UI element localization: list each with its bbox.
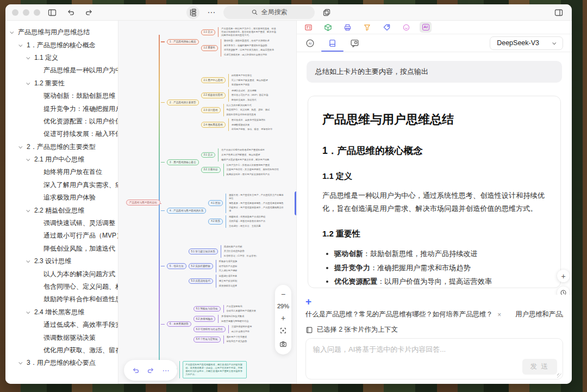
outline-item[interactable]: 3．用户思维的核心要点 (5, 357, 118, 369)
right-panel-toggle-icon[interactable] (552, 6, 565, 19)
outline-item[interactable]: 2.1 用户中心思维 (5, 153, 118, 166)
outline-item[interactable]: 2．产品思维的主要类型 (5, 141, 118, 153)
card-tool-icon[interactable] (302, 22, 314, 33)
mindmap-subtopic-node[interactable]: 5.1 学习建立知识体系 (189, 248, 218, 254)
outline-item[interactable]: 1.1 定义 (5, 52, 118, 64)
mindmap-leaf-node[interactable]: 降低创业风险，加速迭代 (232, 98, 268, 102)
model-selector[interactable]: DeepSeek-V3 (490, 36, 563, 50)
redo-icon[interactable] (83, 6, 96, 19)
outline-item[interactable]: 2.2 精益创业思维 (5, 204, 118, 216)
mindmap-subtopic-node[interactable]: 3.1 定义 (201, 152, 216, 158)
mindmap-subtopic-node[interactable]: 6.4 个性化与定制化 (193, 337, 221, 343)
mindmap-leaf-node[interactable]: 定制化生产成为趋势 (227, 340, 247, 343)
context-selection-bar[interactable]: 已选择 2 张卡片作为上下文 (305, 325, 563, 334)
suggestion-chip[interactable]: 什么是产品思维？常见的产品思维有哪些？如何培养产品思维？ × (305, 310, 501, 319)
mindmap-leaf-node[interactable]: 阅读经典产品书籍 (224, 245, 258, 248)
mindmap-leaf-node[interactable]: 鼓励跨学科合作和创造性思考 (227, 113, 270, 116)
outline-item[interactable]: 1.2 重要性 (5, 77, 118, 90)
suggestion-chip[interactable]: 用户思维和产品思维的区别与联系？ × (515, 310, 563, 319)
mindmap-subtopic-node[interactable]: 2.3 设计思维 (201, 107, 221, 113)
mindmap-leaf-node[interactable]: 产品思维是一种以用户为中心，通过系统性思考、创造性设计和持续优化，旨在创造满足用… (221, 27, 277, 37)
mindmap-leaf-node[interactable]: 从用户角度出发理解需求、痛点和期望 (221, 153, 269, 157)
mindmap-subtopic-node[interactable]: 2.1 用户中心思维 (201, 77, 226, 83)
sticker-tool-icon[interactable] (400, 22, 412, 33)
tab-ai-chat-icon[interactable]: AI (305, 34, 315, 52)
traffic-light-minimize[interactable] (23, 9, 29, 16)
chevron-down-icon[interactable] (26, 55, 30, 59)
mindmap-leaf-node[interactable]: 建立用户反馈机制 (219, 279, 238, 283)
mindmap-root-node[interactable]: 产品思维与用户思维总结 (126, 200, 160, 206)
mindmap-leaf-node[interactable]: 以用户为中心：所有设计决策围绕用户需求 (227, 164, 279, 167)
mindmap-canvas[interactable]: 产品思维与用户思维总结 1．产品思维的核心概念1.1 定义产品思维是一种以用户为… (118, 21, 297, 384)
mindmap-leaf-node[interactable]: 构建反馈循环：通过用户反馈持续优化产品 (227, 173, 279, 176)
chevron-down-icon[interactable] (26, 157, 30, 161)
tag-tool-icon[interactable] (380, 22, 392, 33)
outline-item[interactable]: 深入了解用户真实需求、痛点… (5, 179, 118, 191)
global-search-input[interactable]: 全局搜索 (223, 6, 315, 19)
mindmap-leaf-node[interactable]: 定期进行项目复盘 (219, 275, 238, 278)
mindmap-subtopic-node[interactable]: 6.3 可持续性与社会责任 (193, 326, 226, 332)
send-button[interactable]: 发 送 (522, 359, 557, 375)
outline-item[interactable]: 强调数据驱动决策 (5, 331, 118, 344)
outline-item[interactable]: 始终将用户放在首位 (5, 166, 118, 178)
mindmap-subtopic-node[interactable]: 2.4 增长黑客思维 (201, 122, 226, 128)
history-icon[interactable] (557, 287, 570, 295)
mindmap-leaf-node[interactable]: 始终将用户放在首位 (232, 74, 268, 77)
mindmap-subtopic-node[interactable]: 1.1 定义 (201, 29, 216, 35)
outline-item[interactable]: 以人为本的解决问题方式 (5, 267, 118, 280)
sidebar-toggle-icon[interactable] (46, 6, 59, 19)
close-icon[interactable]: × (497, 311, 501, 319)
mindmap-leaf-node[interactable]: 注重用户包容性：关注使用便捷性、亲和性和包容性 (227, 168, 279, 171)
mindmap-subtopic-node[interactable]: 1.2 重要性 (201, 45, 218, 51)
outline-item[interactable]: 包含同理心、定义问题、构思… (5, 281, 118, 293)
chevron-down-icon[interactable] (10, 30, 14, 34)
ai-tool-icon[interactable]: AI (420, 22, 432, 33)
mindmap-leaf-node[interactable]: 提升竞争力：准确把握用户需求和市场趋势 (224, 44, 274, 47)
mindmap-leaf-node[interactable]: 侧重不同：用户思维专注用户，产品思维关注产品整体定位 (229, 194, 284, 200)
chevron-down-icon[interactable] (26, 81, 30, 85)
canvas-undo-icon[interactable] (132, 366, 140, 375)
mindmap-leaf-node[interactable]: 包含同理心、定义问题、构思、原型、测试 (227, 108, 270, 111)
mindmap-branch-node[interactable]: 2．产品思维的主要类型 (167, 99, 199, 105)
mindmap-leaf-node[interactable]: 强调数据驱动决策 (232, 123, 272, 127)
mindmap-leaf-node[interactable]: 促进可持续发展：融入环保和社会责任理念 (224, 53, 274, 57)
mindmap-branch-node[interactable]: 6．未来发展趋势 (167, 321, 191, 327)
mindmap-leaf-node[interactable]: 满足用户个性化需求 (227, 335, 247, 339)
mindmap-leaf-node[interactable]: 关注行业动态和趋势 (224, 250, 258, 253)
zoom-level[interactable]: 29% (277, 303, 289, 309)
chevron-down-icon[interactable] (18, 43, 22, 47)
traffic-light-zoom[interactable] (34, 9, 40, 16)
mindmap-leaf-node[interactable]: 目标层次：用户思维重体验提升，产品思维兼顾商业价值 (229, 206, 284, 213)
outline-item[interactable]: 产品思维是一种以用户为中心… (5, 64, 118, 77)
mindmap-branch-node[interactable]: 3．用户思维的核心要点 (167, 159, 199, 165)
mindmap-leaf-node[interactable]: 以人为本的解决问题方式 (227, 104, 270, 107)
zoom-in-button[interactable]: + (281, 314, 285, 322)
outline-item[interactable]: 2.4 增长黑客思维 (5, 306, 118, 319)
mindmap-leaf-node[interactable]: 注重环保材料的使用 (232, 325, 252, 328)
mindmap-leaf-node[interactable]: 积极参与项目实施 (219, 260, 238, 263)
mindmap-leaf-node[interactable]: 深入了解用户真实需求、痛点和期望 (232, 79, 268, 82)
screenshot-icon[interactable] (279, 340, 287, 349)
mindmap-leaf-node[interactable]: 跨学科学习（心理学、社会学等） (224, 254, 258, 258)
mindmap-leaf-node[interactable]: 保持持续学习态度 (219, 284, 238, 288)
mindmap-leaf-node[interactable]: 融入社会责任理念 (232, 330, 252, 333)
mindmap-leaf-node[interactable]: 产品更加智能化 (227, 305, 256, 308)
duplicate-cards-icon[interactable] (320, 6, 333, 19)
mindmap-leaf-node[interactable]: 驱动创新：鼓励创新思维，推动产品持续改进 (224, 39, 274, 42)
mindmap-subtopic-node[interactable]: 6.2 跨领域融合 (193, 316, 216, 322)
outline-structure-icon[interactable] (186, 6, 199, 19)
add-card-button[interactable]: + (557, 270, 570, 282)
outline-item[interactable]: 产品思维与用户思维总结 (5, 26, 118, 39)
mindmap-branch-node[interactable]: 4．产品思维与用户思维的关系 (167, 208, 206, 214)
outline-item[interactable]: 优化用户获取、激活、留存、… (5, 344, 118, 357)
mindmap-subtopic-node[interactable]: 5.2 实践积累经验 (189, 263, 213, 269)
ai-response-card[interactable]: 产品思维与用户思维总结 1．产品思维的核心概念 1.1 定义 产品思维是一种以用… (308, 96, 561, 288)
chevron-down-icon[interactable] (18, 361, 22, 365)
outline-item[interactable]: 促进可持续发展：融入环保和… (5, 128, 118, 140)
outline-item[interactable]: 降低创业风险，加速迭代 (5, 242, 118, 255)
mindmap-branch-node[interactable]: 5．培养方法 (167, 263, 186, 269)
mindmap-leaf-node[interactable]: 通过最小可行产品（MVP）验证市场 (232, 94, 268, 97)
traffic-light-close[interactable] (12, 9, 18, 16)
mindmap-subtopic-node[interactable]: 6.1 智能化与自动化 (193, 306, 221, 312)
mindmap-subtopic-node[interactable]: 4.1 区别 (208, 200, 223, 206)
